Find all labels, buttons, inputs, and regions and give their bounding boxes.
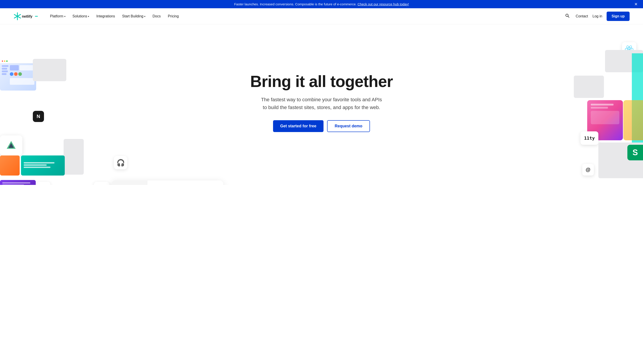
nav-platform[interactable]: Platform ▾ <box>47 12 69 20</box>
start-building-chevron: ▾ <box>144 15 145 18</box>
nav-links: Platform ▾ Solutions ▾ Integrations Star… <box>47 12 563 20</box>
headphones-icon: 🎧 <box>114 156 127 169</box>
logo-link[interactable]: netlify <box>14 12 38 21</box>
gray-rect-2 <box>64 139 84 175</box>
gray-rect-4 <box>574 76 604 98</box>
navigation: netlify Platform ▾ Solutions ▾ Integrati… <box>0 8 643 24</box>
nav-solutions[interactable]: Solutions ▾ <box>70 12 92 20</box>
gray-rect-1 <box>33 59 66 81</box>
vue-icon <box>6 140 17 151</box>
svg-point-12 <box>626 45 632 54</box>
teal-strip <box>632 53 643 147</box>
gray-rect-5 <box>598 142 643 178</box>
vue-badge <box>0 136 22 156</box>
nav-integrations[interactable]: Integrations <box>93 12 118 20</box>
eleventy-badge: 11ty <box>580 131 598 145</box>
purple-card <box>0 180 36 185</box>
svg-marker-7 <box>7 141 16 149</box>
pink-card <box>587 100 623 140</box>
svg-point-11 <box>626 45 632 54</box>
s-badge: S <box>627 145 643 160</box>
announcement-close-button[interactable]: ✕ <box>633 2 638 7</box>
react-icon <box>624 44 634 54</box>
hero-subtitle: The fastest way to combine your favorite… <box>250 96 393 111</box>
get-started-button[interactable]: Get started for free <box>273 120 324 132</box>
hero-title: Bring it all together <box>250 73 393 90</box>
search-icon <box>565 14 569 18</box>
announcement-text: Faster launches. Increased conversions. … <box>234 2 357 6</box>
svg-point-9 <box>628 48 630 50</box>
nav-right: Contact Log in Sign up <box>563 12 629 21</box>
login-link[interactable]: Log in <box>592 14 602 18</box>
nav-docs[interactable]: Docs <box>149 12 164 20</box>
solutions-chevron: ▾ <box>88 15 89 18</box>
hero-section: N 🐱 <box>0 24 643 185</box>
cat-badge: 🐱 <box>37 182 51 185</box>
signup-button[interactable]: Sign up <box>607 12 629 21</box>
svg-marker-8 <box>9 143 14 148</box>
nav-pricing[interactable]: Pricing <box>165 12 182 20</box>
contact-link[interactable]: Contact <box>576 14 588 18</box>
react-badge <box>622 42 636 56</box>
dashboard-screenshot <box>0 59 36 90</box>
platform-chevron: ▾ <box>64 15 65 18</box>
keyboard-preview: alt/opt CLICKY-84 Mechanical Keyboard <box>112 180 223 185</box>
hero-content: Bring it all together The fastest way to… <box>250 73 393 132</box>
request-demo-button[interactable]: Request demo <box>327 120 370 132</box>
announcement-link[interactable]: Check out our resource hub today! <box>358 2 409 6</box>
announcement-bar: Faster launches. Increased conversions. … <box>0 0 643 8</box>
svg-point-10 <box>625 48 633 51</box>
gray-rect-3 <box>605 50 643 72</box>
teal-card <box>21 156 65 176</box>
yellow-card <box>623 100 643 140</box>
svg-text:netlify: netlify <box>22 14 32 18</box>
n-badge: N <box>33 111 44 122</box>
orange-card <box>0 156 20 176</box>
search-button[interactable] <box>563 12 571 21</box>
svg-line-6 <box>568 16 569 18</box>
c-badge <box>94 182 109 185</box>
netlify-logo: netlify <box>14 12 38 21</box>
nav-start-building[interactable]: Start Building ▾ <box>119 12 148 20</box>
hero-buttons: Get started for free Request demo <box>250 120 393 132</box>
email-badge: @ <box>582 164 594 176</box>
